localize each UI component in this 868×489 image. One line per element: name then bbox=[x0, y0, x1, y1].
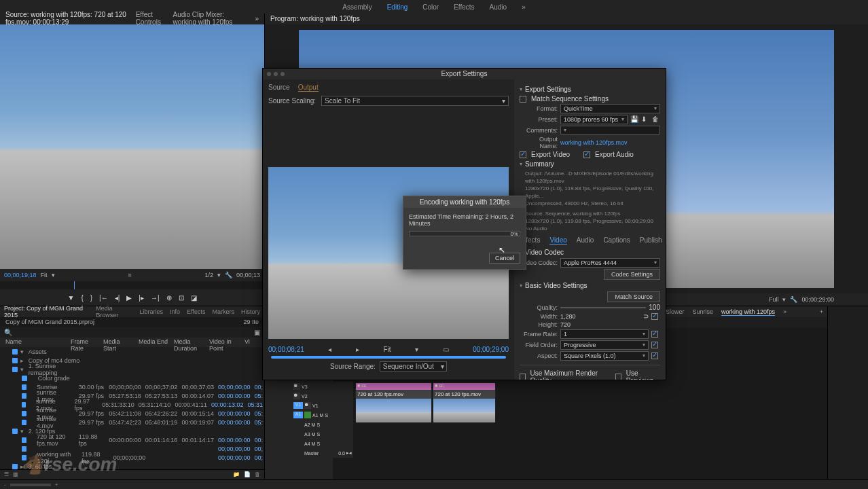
marker-icon[interactable]: ▼ bbox=[67, 294, 74, 302]
col-media-start[interactable]: Media Start bbox=[101, 338, 136, 347]
export-in-tc[interactable]: 00;00;08;21 bbox=[268, 346, 304, 353]
source-timecode-in[interactable]: 00;00;19;18 bbox=[4, 272, 37, 278]
delete-preset-icon[interactable]: 🗑 bbox=[652, 115, 660, 124]
bin-icon[interactable]: ▣ bbox=[254, 329, 260, 336]
framerate-dropdown[interactable]: 1 bbox=[560, 329, 649, 339]
source-tab[interactable]: Source bbox=[268, 84, 290, 92]
markers-tab[interactable]: Markers bbox=[212, 308, 234, 315]
source-range-dropdown[interactable]: Sequence In/Out▾ bbox=[380, 361, 447, 372]
output-name-link[interactable]: working with 120fps.mov bbox=[560, 139, 660, 146]
width-match-checkbox[interactable] bbox=[651, 313, 658, 320]
fieldorder-dropdown[interactable]: Progressive bbox=[560, 340, 649, 350]
zoom-out-icon[interactable]: - bbox=[4, 482, 6, 488]
wrench-icon[interactable]: 🔧 bbox=[790, 296, 797, 303]
media-browser-tab[interactable]: Media Browser bbox=[96, 305, 132, 319]
col-media-duration[interactable]: Media Duration bbox=[171, 338, 206, 347]
quality-slider[interactable] bbox=[560, 307, 646, 308]
summary-header[interactable]: Summary bbox=[520, 160, 660, 168]
minimize-icon[interactable] bbox=[274, 72, 278, 76]
export-video-checkbox[interactable] bbox=[520, 151, 526, 158]
use-previews-checkbox[interactable] bbox=[615, 374, 621, 380]
basic-video-settings-header[interactable]: Basic Video Settings bbox=[520, 282, 660, 289]
bars-icon[interactable]: ≡ bbox=[128, 272, 131, 278]
ws-assembly[interactable]: Assembly bbox=[342, 3, 372, 11]
fr-match-checkbox[interactable] bbox=[651, 331, 658, 338]
import-preset-icon[interactable]: ⬇ bbox=[641, 115, 649, 124]
export-range-slider[interactable] bbox=[271, 356, 506, 359]
captions-tab[interactable]: Captions bbox=[603, 236, 630, 244]
export-frame-icon[interactable]: ◪ bbox=[191, 294, 197, 302]
fit-menu[interactable]: Full bbox=[769, 296, 779, 303]
col-video-in[interactable]: Video In Point bbox=[206, 338, 242, 347]
insert-icon[interactable]: ⊕ bbox=[166, 294, 172, 302]
preset-dropdown[interactable]: 1080p prores 60 fps bbox=[560, 115, 628, 124]
publish-tab[interactable]: Publish bbox=[640, 236, 662, 244]
resolution-menu[interactable]: 1/2 bbox=[204, 272, 213, 278]
effects-tab[interactable]: Effects bbox=[187, 308, 205, 315]
output-tab[interactable]: Output bbox=[298, 84, 319, 92]
height-input[interactable]: 720 bbox=[560, 321, 660, 328]
ws-effects[interactable]: Effects bbox=[454, 3, 474, 11]
fit-menu[interactable]: Fit bbox=[41, 272, 48, 278]
col-video-out[interactable]: Vi bbox=[242, 338, 253, 347]
source-scrubber[interactable] bbox=[0, 281, 264, 289]
overflow-icon[interactable]: » bbox=[255, 15, 259, 24]
export-audio-checkbox[interactable] bbox=[583, 151, 590, 158]
in-point-icon[interactable]: { bbox=[81, 294, 83, 302]
col-media-end[interactable]: Media End bbox=[136, 338, 171, 347]
project-tab[interactable]: Project: Copy of MGM Grand 2015 bbox=[4, 305, 89, 319]
comments-input[interactable] bbox=[560, 126, 660, 134]
goto-out-icon[interactable]: →| bbox=[151, 294, 160, 302]
save-preset-icon[interactable]: 💾 bbox=[630, 115, 638, 124]
audio-tab[interactable]: Audio bbox=[577, 236, 594, 244]
aspect-icon[interactable]: ▭ bbox=[443, 346, 449, 353]
overwrite-icon[interactable]: ⊡ bbox=[179, 294, 184, 302]
fit-menu[interactable]: Fit bbox=[383, 346, 391, 353]
sequence-tab[interactable]: Sunrise bbox=[692, 308, 713, 315]
search-icon[interactable]: 🔍 bbox=[4, 329, 12, 336]
ws-audio[interactable]: Audio bbox=[490, 3, 507, 11]
export-out-tc[interactable]: 00;00;29;00 bbox=[473, 346, 509, 353]
col-name[interactable]: Name bbox=[3, 338, 68, 347]
format-dropdown[interactable]: QuickTime bbox=[560, 104, 660, 113]
step-back-icon[interactable]: ◂ bbox=[328, 346, 331, 353]
sequence-tab[interactable]: working with 120fps bbox=[721, 308, 775, 316]
libraries-tab[interactable]: Libraries bbox=[140, 308, 164, 315]
source-scaling-dropdown[interactable]: Scale To Fit▾ bbox=[321, 96, 509, 106]
max-render-checkbox[interactable] bbox=[520, 374, 526, 380]
video-codec-header[interactable]: Video Codec bbox=[520, 249, 660, 256]
codec-settings-button[interactable]: Codec Settings bbox=[604, 269, 660, 280]
ws-editing[interactable]: Editing bbox=[387, 3, 408, 11]
goto-in-icon[interactable]: |← bbox=[99, 294, 108, 302]
source-monitor[interactable] bbox=[0, 24, 264, 269]
new-bin-icon[interactable]: 📁 bbox=[233, 471, 240, 477]
col-framerate[interactable]: Frame Rate bbox=[68, 338, 101, 347]
wrench-icon[interactable]: 🔧 bbox=[225, 272, 232, 278]
video-tab[interactable]: Video bbox=[549, 236, 566, 244]
match-source-button[interactable]: Match Source bbox=[607, 291, 660, 302]
play-icon[interactable]: ▶ bbox=[126, 294, 132, 302]
info-tab[interactable]: Info bbox=[170, 308, 180, 315]
link-icon[interactable]: ⊃ bbox=[643, 312, 649, 320]
project-tree-row[interactable]: ▾Assets bbox=[0, 347, 264, 356]
close-icon[interactable] bbox=[267, 72, 271, 76]
overflow-icon[interactable]: » bbox=[783, 308, 786, 315]
trash-icon[interactable]: 🗑 bbox=[255, 471, 260, 477]
zoom-slider[interactable] bbox=[10, 484, 51, 486]
aspect-match-checkbox[interactable] bbox=[651, 352, 658, 359]
export-settings-header[interactable]: Export Settings bbox=[520, 86, 660, 93]
ws-color[interactable]: Color bbox=[422, 3, 439, 11]
timeline-clip[interactable]: ■ cc 720 at 120 fps.mov bbox=[355, 382, 432, 423]
timeline-clip[interactable]: ■ cc 720 at 120 fps.mov bbox=[433, 382, 496, 423]
project-tree-row[interactable]: Color grade bbox=[0, 374, 264, 382]
match-sequence-checkbox[interactable] bbox=[520, 96, 526, 103]
project-tree[interactable]: ▾Assets▸Copy of mc4 demo▾1. Sunrise rema… bbox=[0, 347, 264, 469]
list-view-icon[interactable]: ☰ bbox=[4, 471, 9, 477]
project-tree-row[interactable]: ▾1. Sunrise remapping bbox=[0, 365, 264, 374]
fo-match-checkbox[interactable] bbox=[651, 342, 658, 348]
video-codec-dropdown[interactable]: Apple ProRes 4444 bbox=[560, 258, 660, 268]
project-tree-row[interactable]: sunrise 4.mov29.97 fps05:47:42:2305:48:0… bbox=[0, 418, 264, 427]
step-back-icon[interactable]: ◂| bbox=[115, 294, 120, 302]
overflow-icon[interactable]: » bbox=[522, 3, 526, 11]
zoom-in-icon[interactable]: + bbox=[55, 482, 58, 488]
